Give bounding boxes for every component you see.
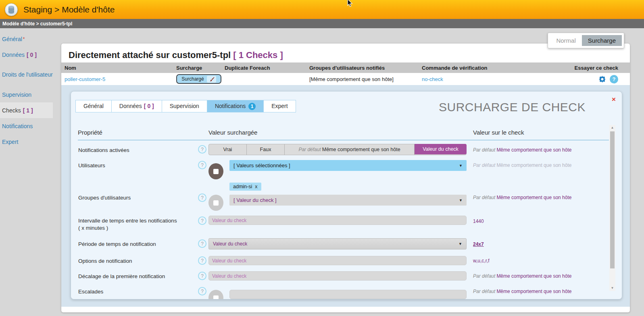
check-command-link[interactable]: no-check	[422, 76, 443, 82]
chevron-down-icon: ▼	[459, 242, 462, 246]
help-icon[interactable]: ?	[198, 239, 206, 248]
surcharge-button[interactable]: Surchargé	[176, 74, 221, 84]
count-badge: [ 1 ]	[23, 107, 33, 114]
col-valeur-check: Valeur sur le check	[473, 129, 609, 140]
notification-interval-input[interactable]	[208, 216, 467, 225]
help-icon[interactable]: ?	[198, 256, 206, 265]
notification-options-input[interactable]	[208, 256, 467, 265]
selection-mode-toggle[interactable]	[208, 290, 223, 299]
property-rows: Notifications activées ? Vrai Faux Par d…	[71, 141, 622, 299]
col-commande: Commande de vérification	[422, 65, 571, 71]
row-intervalle-notifications: Intervalle de temps entre les notificati…	[78, 216, 622, 238]
panel-scrollbar[interactable]: ▲ ▼	[609, 125, 615, 291]
selection-mode-toggle[interactable]	[208, 195, 223, 211]
check-value-text: Par défautMême comportement que son hôte	[473, 144, 622, 153]
surcharge-de-check-panel: Général Données[ 0 ] Supervision Notific…	[71, 91, 622, 299]
scroll-up-arrow-icon[interactable]: ▲	[609, 125, 615, 131]
sidebar-item-supervision[interactable]: Supervision	[0, 87, 53, 102]
option-vrai[interactable]: Vrai	[209, 144, 247, 155]
sidebar-item-checks[interactable]: Checks[ 1 ]	[0, 102, 53, 118]
check-value-text: Par défautMême comportement que son hôte	[473, 287, 622, 295]
required-mark: *	[23, 36, 25, 42]
chevron-down-icon: ▼	[459, 164, 463, 168]
help-icon[interactable]: ?	[198, 193, 206, 202]
check-name-link[interactable]: poller-customer-5	[65, 76, 105, 82]
help-icon[interactable]: ?	[198, 161, 206, 169]
first-notification-delay-input[interactable]	[208, 271, 467, 281]
notification-period-select[interactable]: Valeur du check ▼	[208, 238, 467, 249]
count-badge: [ 0 ]	[144, 103, 154, 109]
col-essayer: Essayer ce check	[571, 65, 618, 71]
tab-general[interactable]: Général	[76, 100, 112, 112]
screen: Staging > Modèle d'hôte Modèle d'hôte > …	[0, 0, 644, 316]
row-options-notification: Options de notification ? w,u,c,r,f	[78, 256, 622, 271]
panel-title: SURCHARGE DE CHECK	[435, 100, 589, 114]
col-duplicate-foreach: Duplicate Foreach	[225, 65, 309, 71]
tab-notifications[interactable]: Notifications1	[207, 100, 264, 112]
tab-expert[interactable]: Expert	[264, 100, 295, 112]
sidebar-item-expert[interactable]: Expert	[0, 134, 53, 150]
sidebar-item-general[interactable]: Général*	[0, 31, 53, 47]
check-value-text: Par défautMême comportement que son hôte	[473, 271, 622, 279]
check-value-text: Par défautMême comportement que son hôte	[473, 160, 622, 168]
row-groupes-utilisateurs: Groupes d'utilisateurs ? [ Valeur du che…	[78, 191, 622, 216]
col-groupes: Groupes d'utilisateurs notifiés	[309, 65, 422, 71]
row-utilisateurs: Utilisateurs ? [ Valeurs sélectionnées ]…	[78, 160, 622, 191]
escalades-field[interactable]	[229, 290, 467, 299]
users-multiselect[interactable]: [ Valeurs sélectionnées ] ▼	[229, 160, 467, 171]
selected-user-tag: admin-si x	[229, 183, 261, 191]
content-card: Directement attaché sur customer5-tpl[ 1…	[61, 44, 630, 312]
toggle-normal[interactable]: Normal	[550, 35, 581, 46]
option-faux[interactable]: Faux	[247, 144, 285, 155]
row-periode-notification: Période de temps de notification ? Valeu…	[78, 238, 622, 256]
help-icon[interactable]: ?	[198, 216, 206, 225]
gear-icon[interactable]	[599, 76, 606, 83]
row-decalage-premiere-notification: Décalage de la première notification ? P…	[78, 271, 622, 287]
sidebar-item-droits[interactable]: Droits de l'utilisateur	[0, 62, 53, 87]
sidebar-item-donnees[interactable]: Données[ 0 ]	[0, 47, 53, 62]
help-icon[interactable]: ?	[198, 272, 206, 280]
chevron-down-icon: ▼	[459, 198, 463, 202]
sidebar-item-notifications[interactable]: Notifications	[0, 118, 53, 134]
brush-icon	[207, 76, 216, 83]
database-cylinder	[8, 6, 15, 14]
selection-mode-toggle[interactable]	[208, 163, 223, 179]
check-value-text: Par défautMême comportement que son hôte	[473, 191, 622, 201]
page-title: Staging > Modèle d'hôte	[23, 5, 115, 15]
panel-column-headers: Propriété Valeur surchargée Valeur sur l…	[78, 122, 609, 140]
view-toggle: Normal Surcharge	[548, 33, 624, 48]
option-valeur-du-check[interactable]: Valeur du check	[415, 144, 467, 154]
check-override-area: Général Données[ 0 ] Supervision Notific…	[61, 85, 630, 307]
row-notifications-activees: Notifications activées ? Vrai Faux Par d…	[78, 144, 622, 160]
toggle-surcharge[interactable]: Surcharge	[582, 35, 622, 46]
row-escalades: Escalades ? Par défautMême comportement …	[78, 287, 622, 299]
scroll-down-arrow-icon[interactable]: ▼	[609, 285, 615, 291]
check-value-text: w,u,c,r,f	[473, 256, 622, 264]
help-icon[interactable]: ?	[198, 287, 206, 295]
help-icon[interactable]: ?	[198, 145, 206, 154]
close-icon[interactable]: ×	[612, 96, 616, 103]
panel-tabs: Général Données[ 0 ] Supervision Notific…	[75, 100, 296, 112]
remove-tag-icon[interactable]: x	[255, 184, 257, 189]
checks-count-badge: [ 1 Checks ]	[233, 50, 283, 60]
mouse-cursor	[347, 0, 353, 7]
col-surcharge: Surcharge	[176, 65, 225, 71]
col-propriete: Propriété	[78, 129, 208, 140]
usergroups-multiselect[interactable]: [ Valeur du check ] ▼	[229, 195, 467, 206]
cell-notified-groups: [Même comportement que son hôte]	[309, 76, 422, 82]
option-par-defaut[interactable]: Par défaut Même comportement que son hôt…	[285, 144, 415, 155]
col-valeur-surchargee: Valeur surchargée	[208, 129, 473, 140]
notifications-count-badge: 1	[248, 103, 256, 110]
tab-donnees[interactable]: Données[ 0 ]	[112, 100, 162, 112]
try-check-help-icon[interactable]: ?	[610, 75, 618, 83]
sidebar: Général* Données[ 0 ] Droits de l'utilis…	[0, 28, 61, 316]
tab-supervision[interactable]: Supervision	[162, 100, 207, 112]
breadcrumb: Modèle d'hôte > customer5-tpl	[0, 19, 644, 28]
scrollbar-thumb[interactable]	[610, 131, 615, 268]
notifications-enabled-segmented: Vrai Faux Par défaut Même comportement q…	[208, 144, 467, 155]
database-icon	[5, 3, 18, 16]
col-nom: Nom	[65, 65, 176, 71]
check-value-link: 24x7	[473, 238, 622, 247]
count-badge: [ 0 ]	[27, 52, 37, 58]
app-header: Staging > Modèle d'hôte	[0, 0, 644, 19]
